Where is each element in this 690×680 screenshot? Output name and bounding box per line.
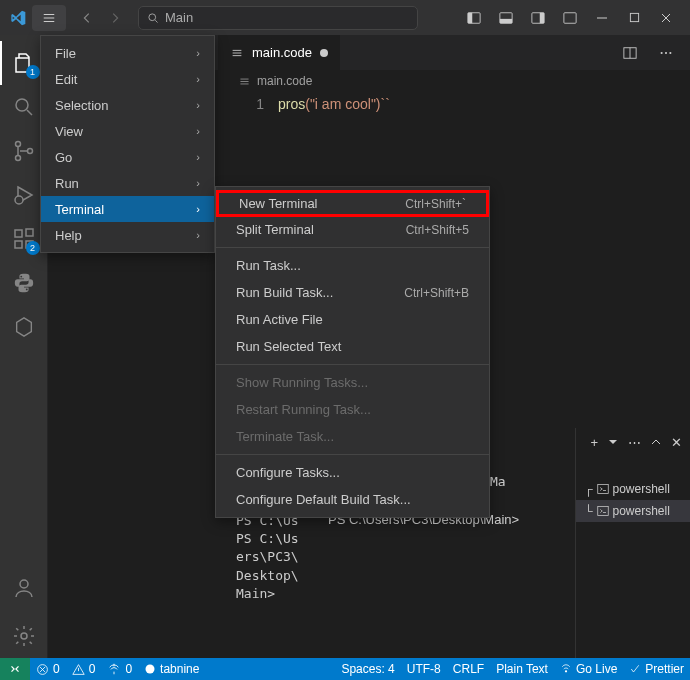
status-errors[interactable]: 0 xyxy=(30,658,66,680)
svg-rect-2 xyxy=(468,12,472,23)
status-language[interactable]: Plain Text xyxy=(490,658,554,680)
submenu-split-terminal[interactable]: Split TerminalCtrl+Shift+5 xyxy=(216,216,489,243)
terminal-truncated-text: Ma xyxy=(490,474,506,489)
submenu-run-build-task[interactable]: Run Build Task...Ctrl+Shift+B xyxy=(216,279,489,306)
svg-rect-25 xyxy=(597,507,608,516)
close-button[interactable] xyxy=(650,3,682,33)
submenu-configure-default-build-task[interactable]: Configure Default Build Task... xyxy=(216,486,489,513)
hamburger-menu-button[interactable] xyxy=(32,5,66,31)
extensions-badge: 2 xyxy=(26,241,40,255)
menu-help[interactable]: Help› xyxy=(41,222,214,248)
title-bar: Main xyxy=(0,0,690,35)
menu-run[interactable]: Run› xyxy=(41,170,214,196)
terminal-tab-1[interactable]: ┌powershell xyxy=(576,478,690,500)
status-spaces[interactable]: Spaces: 4 xyxy=(335,658,400,680)
nav-back-button[interactable] xyxy=(74,5,100,31)
svg-rect-4 xyxy=(500,18,512,22)
terminal-new-icon[interactable]: + xyxy=(590,435,598,450)
split-editor-icon[interactable] xyxy=(614,38,646,68)
layout-sidebar-right-icon[interactable] xyxy=(522,3,554,33)
maximize-button[interactable] xyxy=(618,3,650,33)
main-menu: File› Edit› Selection› View› Go› Run› Te… xyxy=(40,35,215,253)
svg-rect-15 xyxy=(15,241,22,248)
menu-terminal[interactable]: Terminal› xyxy=(41,196,214,222)
terminal-more-icon[interactable]: ⋯ xyxy=(628,435,641,450)
terminal-left-pane[interactable]: PS C:\Us PS C:\Us ers\PC3\ Desktop\ Main… xyxy=(228,498,320,658)
search-label: Main xyxy=(165,10,193,25)
status-golive[interactable]: Go Live xyxy=(554,658,623,680)
svg-point-19 xyxy=(21,633,27,639)
minimize-button[interactable] xyxy=(586,3,618,33)
svg-rect-7 xyxy=(564,12,576,23)
terminal-submenu: New TerminalCtrl+Shift+` Split TerminalC… xyxy=(215,186,490,518)
status-tabnine[interactable]: tabnine xyxy=(138,658,205,680)
svg-rect-24 xyxy=(597,485,608,494)
layout-sidebar-left-icon[interactable] xyxy=(458,3,490,33)
terminal-tab-2[interactable]: └powershell xyxy=(576,500,690,522)
submenu-new-terminal[interactable]: New TerminalCtrl+Shift+` xyxy=(216,190,489,217)
menu-go[interactable]: Go› xyxy=(41,144,214,170)
status-prettier[interactable]: Prettier xyxy=(623,658,690,680)
terminal-maximize-icon[interactable] xyxy=(651,437,661,447)
submenu-run-selected-text[interactable]: Run Selected Text xyxy=(216,333,489,360)
tab-filename: main.code xyxy=(252,45,312,60)
svg-point-27 xyxy=(146,665,155,674)
activity-python[interactable] xyxy=(0,261,48,305)
status-encoding[interactable]: UTF-8 xyxy=(401,658,447,680)
layout-panel-bottom-icon[interactable] xyxy=(490,3,522,33)
status-ports[interactable]: 0 xyxy=(101,658,138,680)
svg-point-18 xyxy=(20,580,28,588)
menu-edit[interactable]: Edit› xyxy=(41,66,214,92)
svg-point-21 xyxy=(661,51,663,53)
activity-account[interactable] xyxy=(0,566,48,610)
svg-point-9 xyxy=(16,99,28,111)
activity-settings[interactable] xyxy=(0,614,48,658)
vscode-logo xyxy=(8,8,28,28)
menu-view[interactable]: View› xyxy=(41,118,214,144)
status-eol[interactable]: CRLF xyxy=(447,658,490,680)
status-warnings[interactable]: 0 xyxy=(66,658,102,680)
submenu-restart-running-task: Restart Running Task... xyxy=(216,396,489,423)
svg-point-12 xyxy=(27,149,32,154)
editor-tab[interactable]: main.code xyxy=(218,35,341,70)
svg-point-0 xyxy=(149,13,156,20)
activity-hexagon[interactable] xyxy=(0,305,48,349)
svg-point-11 xyxy=(15,156,20,161)
svg-point-23 xyxy=(669,51,671,53)
svg-rect-6 xyxy=(540,12,544,23)
layout-customize-icon[interactable] xyxy=(554,3,586,33)
status-bar: 0 0 0 tabnine Spaces: 4 UTF-8 CRLF Plain… xyxy=(0,658,690,680)
command-center-search[interactable]: Main xyxy=(138,6,418,30)
svg-rect-17 xyxy=(26,229,33,236)
terminal-tabs-sidebar: + ⋯ ✕ ┌powershell └powershell xyxy=(575,428,690,658)
svg-point-10 xyxy=(15,142,20,147)
nav-forward-button[interactable] xyxy=(102,5,128,31)
more-actions-icon[interactable] xyxy=(650,38,682,68)
submenu-run-active-file[interactable]: Run Active File xyxy=(216,306,489,333)
status-remote-button[interactable] xyxy=(0,658,30,680)
svg-point-28 xyxy=(565,670,567,672)
submenu-configure-tasks[interactable]: Configure Tasks... xyxy=(216,459,489,486)
svg-point-13 xyxy=(15,196,23,204)
terminal-chevron-down-icon[interactable] xyxy=(608,437,618,447)
explorer-badge: 1 xyxy=(26,65,40,79)
submenu-show-running-tasks: Show Running Tasks... xyxy=(216,369,489,396)
submenu-terminate-task: Terminate Task... xyxy=(216,423,489,450)
svg-rect-8 xyxy=(630,13,638,21)
svg-rect-14 xyxy=(15,230,22,237)
nav-arrows xyxy=(74,5,128,31)
terminal-close-icon[interactable]: ✕ xyxy=(671,435,682,450)
tab-modified-dot-icon xyxy=(320,49,328,57)
breadcrumb-file: main.code xyxy=(257,74,312,88)
submenu-run-task[interactable]: Run Task... xyxy=(216,252,489,279)
svg-point-22 xyxy=(665,51,667,53)
menu-file[interactable]: File› xyxy=(41,40,214,66)
menu-selection[interactable]: Selection› xyxy=(41,92,214,118)
